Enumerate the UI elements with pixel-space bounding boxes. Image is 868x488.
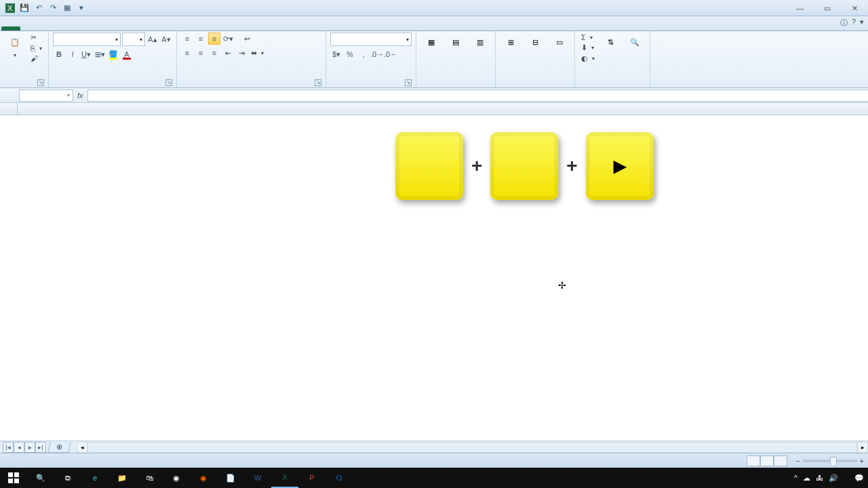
dialog-launcher-icon[interactable]: ↘ (165, 79, 172, 86)
excel-icon[interactable]: X (4, 2, 16, 14)
merge-center-button[interactable]: ⬌▾ (249, 48, 266, 58)
paste-button[interactable]: 📋 ▾ (4, 33, 26, 60)
styles-group: ▦ ▤ ▥ (416, 31, 496, 87)
delete-icon: ⊟ (527, 34, 543, 50)
clipboard-group: 📋 ▾ ✂ ⎘▾ 🖌 ↘ (0, 31, 49, 87)
align-right-icon[interactable]: ≡ (208, 47, 220, 59)
volume-icon[interactable]: 🔊 (829, 474, 838, 483)
tray-up-icon[interactable]: ^ (794, 474, 797, 482)
cell-styles-button[interactable]: ▥ (469, 33, 491, 53)
formula-input[interactable] (87, 89, 868, 102)
align-middle-icon[interactable]: ≡ (195, 33, 207, 45)
undo-icon[interactable]: ↶ (33, 2, 45, 14)
cellstyle-icon: ▥ (472, 34, 488, 50)
notifications-icon[interactable]: 💬 (854, 474, 864, 483)
increase-font-icon[interactable]: A▴ (146, 33, 159, 45)
first-sheet-button[interactable]: |◂ (3, 442, 14, 453)
network-icon[interactable]: 🖧 (816, 474, 823, 482)
help-icon[interactable]: ? (852, 18, 856, 28)
binoculars-icon: 🔍 (627, 34, 643, 50)
delete-cells-button[interactable]: ⊟ (524, 33, 546, 53)
last-sheet-button[interactable]: ▸| (35, 442, 46, 453)
orientation-icon[interactable]: ⟳▾ (222, 33, 234, 45)
insert-cells-button[interactable]: ⊞ (500, 33, 521, 53)
word-icon[interactable]: W (244, 468, 271, 488)
redo-icon[interactable]: ↷ (47, 2, 59, 14)
view-buttons[interactable] (747, 455, 787, 466)
qat-item[interactable]: ▾ (75, 2, 87, 14)
qat-item[interactable]: ▦ (61, 2, 73, 14)
wrap-text-button[interactable]: ↩ (242, 34, 254, 44)
scissors-icon: ✂ (31, 33, 37, 42)
maximize-button[interactable]: ▭ (814, 0, 841, 16)
copy-button[interactable]: ⎘▾ (28, 43, 44, 53)
autosum-button[interactable]: Σ▾ (579, 33, 597, 42)
powerpoint-icon[interactable]: P (298, 468, 326, 488)
onedrive-icon[interactable]: ☁ (803, 474, 810, 483)
minimize-ribbon-icon[interactable]: ⓘ (840, 18, 848, 28)
name-box[interactable]: ▾ (19, 89, 73, 102)
accounting-format-icon[interactable]: $▾ (330, 48, 342, 60)
percent-format-icon[interactable]: % (344, 48, 356, 60)
align-center-icon[interactable]: ≡ (195, 47, 207, 59)
edge-icon[interactable]: e (81, 468, 108, 488)
font-size-select[interactable]: ▾ (122, 33, 145, 46)
underline-button[interactable]: U▾ (80, 48, 92, 60)
column-headers (0, 103, 868, 115)
outlook-icon[interactable]: O (326, 468, 353, 488)
new-sheet-button[interactable]: ⊕ (47, 442, 71, 453)
cut-button[interactable]: ✂ (28, 33, 44, 43)
italic-button[interactable]: I (66, 48, 79, 60)
format-cells-button[interactable]: ▭ (549, 33, 570, 53)
increase-decimal-icon[interactable]: .0→ (371, 48, 383, 60)
search-icon[interactable]: 🔍 (27, 468, 54, 488)
insert-icon: ⊞ (502, 34, 519, 50)
comma-format-icon[interactable]: , (357, 48, 370, 60)
bold-button[interactable]: B (53, 48, 65, 60)
fill-button[interactable]: ⬇▾ (579, 43, 597, 53)
fill-color-button[interactable]: 🪣 (107, 48, 119, 60)
font-color-button[interactable]: A (121, 48, 133, 60)
decrease-font-icon[interactable]: A▾ (160, 33, 172, 45)
decrease-decimal-icon[interactable]: .0← (384, 48, 397, 60)
close-button[interactable]: ✕ (841, 0, 868, 16)
next-sheet-button[interactable]: ▸ (24, 442, 35, 453)
save-icon[interactable]: 💾 (18, 2, 31, 14)
excel-taskbar-icon[interactable]: X (271, 468, 298, 488)
clear-button[interactable]: ◐▾ (579, 54, 597, 64)
notepad-icon[interactable]: 📄 (217, 468, 244, 488)
sigma-icon: Σ (581, 33, 586, 41)
font-name-select[interactable]: ▾ (53, 33, 121, 46)
firefox-icon[interactable]: ◉ (190, 468, 217, 488)
brush-icon: 🖌 (31, 54, 38, 62)
conditional-formatting-button[interactable]: ▦ (420, 33, 442, 53)
dialog-launcher-icon[interactable]: ↘ (405, 79, 412, 86)
border-button[interactable]: ⊞▾ (94, 48, 106, 60)
number-format-select[interactable]: ▾ (330, 33, 412, 46)
dialog-launcher-icon[interactable]: ↘ (37, 79, 44, 86)
store-icon[interactable]: 🛍 (136, 468, 163, 488)
horizontal-scrollbar[interactable]: ◂▸ (77, 442, 868, 453)
increase-indent-icon[interactable]: ⇥ (235, 47, 248, 59)
fx-icon[interactable]: fx (77, 92, 83, 100)
ribbon-options-icon[interactable]: ▾ (860, 18, 864, 28)
dialog-launcher-icon[interactable]: ↘ (315, 79, 321, 86)
sort-filter-button[interactable]: ⇅ (599, 33, 621, 53)
minimize-button[interactable]: — (787, 0, 814, 16)
decrease-indent-icon[interactable]: ⇤ (222, 47, 234, 59)
format-as-table-button[interactable]: ▤ (445, 33, 467, 53)
select-all-corner[interactable] (0, 103, 18, 115)
start-button[interactable] (0, 468, 27, 488)
chrome-icon[interactable]: ◉ (163, 468, 190, 488)
format-painter-button[interactable]: 🖌 (28, 54, 44, 63)
plus-icon: + (566, 155, 577, 177)
explorer-icon[interactable]: 📁 (108, 468, 136, 488)
task-view-icon[interactable]: ⧉ (54, 468, 81, 488)
find-select-button[interactable]: 🔍 (624, 33, 646, 53)
prev-sheet-button[interactable]: ◂ (14, 442, 24, 453)
align-left-icon[interactable]: ≡ (181, 47, 193, 59)
align-bottom-icon[interactable]: ≡ (208, 33, 220, 45)
align-top-icon[interactable]: ≡ (181, 33, 193, 45)
zoom-control[interactable]: −+ (793, 457, 864, 465)
file-tab[interactable] (1, 26, 20, 30)
